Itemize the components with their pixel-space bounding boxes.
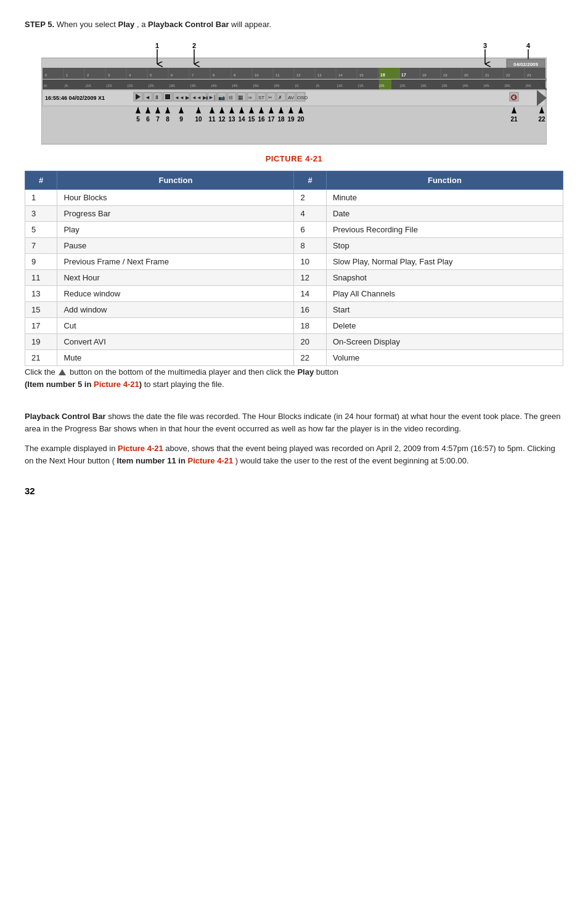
cell-num1: 7 xyxy=(25,237,57,253)
svg-text:23: 23 xyxy=(527,73,531,77)
svg-text:|50.: |50. xyxy=(505,84,511,88)
p2-empty-line xyxy=(25,399,27,409)
svg-text:|0.: |0. xyxy=(295,84,300,88)
svg-rect-96 xyxy=(165,94,170,99)
cell-num1: 3 xyxy=(25,205,57,221)
cell-num1: 17 xyxy=(25,317,57,333)
col2-num-header: # xyxy=(294,171,326,189)
body-para-3: The example displayed in Picture 4-21 ab… xyxy=(25,442,563,467)
play-word: Play xyxy=(118,20,135,29)
p1-mid: button on the bottom of the multimedia p… xyxy=(70,367,297,377)
function-table: # Function # Function 1 Hour Blocks 2 Mi… xyxy=(25,171,563,366)
table-row: 17 Cut 18 Delete xyxy=(25,317,563,333)
table-body: 1 Hour Blocks 2 Minute 3 Progress Bar 4 … xyxy=(25,189,563,365)
svg-text:J: J xyxy=(544,77,547,83)
table-row: 5 Play 6 Previous Recording File xyxy=(25,221,563,237)
step-text-middle: , a xyxy=(137,20,148,29)
pcb-word: Playback Control Bar xyxy=(148,20,229,29)
triangle-icon xyxy=(59,369,66,375)
svg-text:20: 20 xyxy=(297,116,304,123)
picture-caption: PICTURE 4-21 xyxy=(25,154,563,163)
cell-func2: On-Screen Display xyxy=(326,333,563,349)
body-para-1: Click the button on the bottom of the mu… xyxy=(25,366,563,391)
svg-text:22: 22 xyxy=(506,73,510,77)
table-header: # Function # Function xyxy=(25,171,563,189)
cell-num1: 19 xyxy=(25,333,57,349)
svg-text:⏸: ⏸ xyxy=(154,94,160,100)
p3-item-bold: Item number 11 in xyxy=(117,456,188,465)
cell-num2: 10 xyxy=(294,253,326,269)
col2-func-header: Function xyxy=(326,171,563,189)
step-text-before: When you select xyxy=(57,20,118,29)
table-row: 9 Previous Frame / Next Frame 10 Slow Pl… xyxy=(25,253,563,269)
cell-func2: Start xyxy=(326,301,563,317)
svg-text:16:55:46 04/02/2009 X1: 16:55:46 04/02/2009 X1 xyxy=(45,95,105,101)
svg-text:15: 15 xyxy=(248,116,255,123)
svg-text:20: 20 xyxy=(464,73,468,77)
cell-num2: 4 xyxy=(294,205,326,221)
svg-text:|0.: |0. xyxy=(44,84,48,88)
step-intro: STEP 5. When you select Play , a Playbac… xyxy=(25,18,563,31)
cell-func1: Reduce window xyxy=(57,285,294,301)
svg-text:6: 6 xyxy=(146,116,150,123)
svg-text:17: 17 xyxy=(267,116,275,123)
svg-text:13: 13 xyxy=(228,116,235,123)
cell-func1: Convert AVI xyxy=(57,333,294,349)
svg-text:|20.: |20. xyxy=(379,84,385,88)
cell-num1: 9 xyxy=(25,253,57,269)
svg-text:04/02/2009: 04/02/2009 xyxy=(513,62,539,67)
svg-text:11: 11 xyxy=(208,116,216,123)
table-row: 19 Convert AVI 20 On-Screen Display xyxy=(25,333,563,349)
p3-prefix: The example displayed in xyxy=(25,444,118,453)
p3-pic2-red: Picture 4-21 xyxy=(187,456,233,465)
svg-text:|10.: |10. xyxy=(86,84,92,88)
p2-pcb: Playback Control Bar xyxy=(25,412,106,421)
cell-func2: Play All Channels xyxy=(326,285,563,301)
svg-text:21: 21 xyxy=(485,73,489,77)
cell-func2: Snapshot xyxy=(326,269,563,285)
table-row: 15 Add window 16 Start xyxy=(25,301,563,317)
step-text-after: will appear. xyxy=(231,20,271,29)
cell-func2: Volume xyxy=(326,349,563,365)
svg-text:|15.: |15. xyxy=(107,84,113,88)
cell-num1: 15 xyxy=(25,301,57,317)
svg-text:12: 12 xyxy=(296,73,301,77)
svg-text:|25.: |25. xyxy=(149,84,155,88)
cell-func1: Mute xyxy=(57,349,294,365)
svg-text:4: 4 xyxy=(526,42,531,49)
p3-suffix: ) would take the user to the rest of the… xyxy=(235,456,469,465)
svg-text:16: 16 xyxy=(380,73,385,77)
cell-func1: Add window xyxy=(57,301,294,317)
svg-text:◄: ◄ xyxy=(145,94,150,100)
svg-text:22: 22 xyxy=(538,116,545,123)
cell-func1: Hour Blocks xyxy=(57,189,294,205)
pcb-graphic: 1 2 3 4 04/02/2009 0 1 2 3 4 5 xyxy=(41,39,547,149)
svg-text:⇒: ⇒ xyxy=(248,95,252,100)
svg-text:|45.: |45. xyxy=(232,84,239,88)
svg-text:12: 12 xyxy=(218,116,226,123)
svg-text:►|: ►| xyxy=(208,94,215,100)
cell-func2: Delete xyxy=(326,317,563,333)
svg-text:15: 15 xyxy=(359,73,364,77)
col1-func-header: Function xyxy=(57,171,294,189)
p1-play: Play xyxy=(297,367,314,377)
svg-text:AV: AV xyxy=(288,95,295,100)
svg-text:8: 8 xyxy=(166,116,169,123)
page-number: 32 xyxy=(25,486,563,496)
svg-text:18: 18 xyxy=(422,73,427,77)
svg-text:9: 9 xyxy=(179,116,183,123)
svg-text:19: 19 xyxy=(287,116,295,123)
svg-text:3: 3 xyxy=(483,42,487,49)
cell-func1: Pause xyxy=(57,237,294,253)
svg-text:✗: ✗ xyxy=(278,95,282,100)
svg-text:|35.: |35. xyxy=(442,84,448,88)
svg-text:|15.: |15. xyxy=(358,84,364,88)
cell-num2: 18 xyxy=(294,317,326,333)
col1-num-header: # xyxy=(25,171,57,189)
svg-text:1: 1 xyxy=(155,42,159,49)
p1-prefix: Click the xyxy=(25,367,57,377)
svg-text:📷: 📷 xyxy=(218,94,226,101)
table-row: 11 Next Hour 12 Snapshot xyxy=(25,269,563,285)
cell-num2: 16 xyxy=(294,301,326,317)
table-row: 21 Mute 22 Volume xyxy=(25,349,563,365)
